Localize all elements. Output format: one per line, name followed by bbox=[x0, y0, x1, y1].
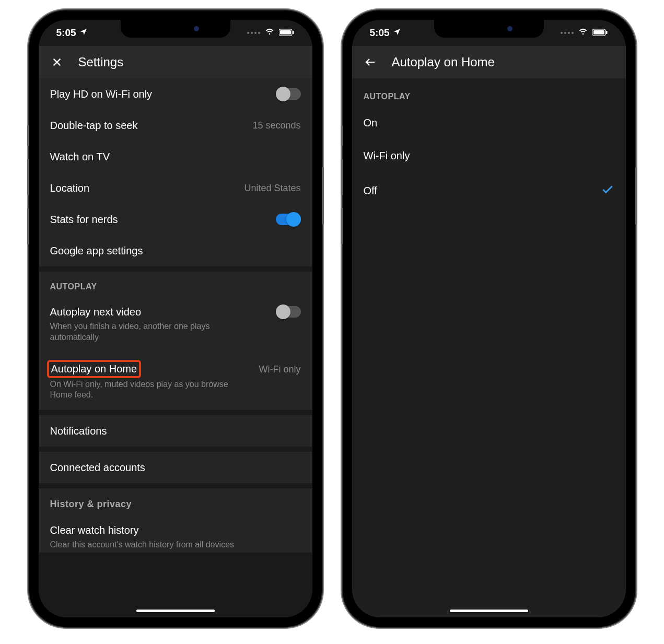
status-time: 5:05 bbox=[370, 27, 390, 39]
svg-rect-4 bbox=[593, 30, 604, 34]
row-label: Google app settings bbox=[50, 245, 143, 257]
row-value: 15 seconds bbox=[252, 120, 300, 131]
svg-rect-2 bbox=[293, 31, 294, 34]
side-button-right bbox=[635, 167, 637, 225]
section-header-history: History & privacy bbox=[39, 488, 312, 515]
row-label: Clear watch history bbox=[50, 524, 301, 536]
close-icon[interactable] bbox=[50, 55, 64, 69]
option-label: Off bbox=[364, 185, 377, 197]
header: Autoplay on Home bbox=[352, 46, 626, 78]
side-buttons-left bbox=[27, 125, 29, 257]
option-label: On bbox=[364, 117, 378, 129]
settings-content[interactable]: Play HD on Wi-Fi only Double-tap to seek… bbox=[39, 78, 312, 617]
battery-icon bbox=[279, 27, 295, 39]
status-time: 5:05 bbox=[56, 27, 76, 39]
phone-right: 5:05 Autoplay on Home AUTO bbox=[343, 10, 635, 627]
cell-signal-icon bbox=[247, 32, 260, 34]
option-on[interactable]: On bbox=[352, 107, 626, 139]
row-sublabel: On Wi-Fi only, muted videos play as you … bbox=[50, 379, 249, 401]
row-value: United States bbox=[244, 183, 300, 194]
screen-left: 5:05 Settings bbox=[39, 20, 312, 617]
checkmark-icon bbox=[601, 183, 614, 199]
row-connected-accounts[interactable]: Connected accounts bbox=[39, 452, 312, 483]
notch bbox=[121, 20, 230, 38]
location-services-icon bbox=[79, 27, 88, 39]
row-label: Double-tap to seek bbox=[50, 120, 138, 132]
row-label: Location bbox=[50, 182, 90, 194]
row-label: Watch on TV bbox=[50, 151, 110, 163]
battery-icon bbox=[592, 27, 608, 39]
back-icon[interactable] bbox=[364, 55, 377, 69]
side-button-right bbox=[322, 167, 324, 225]
wifi-icon bbox=[578, 27, 588, 39]
option-wifi-only[interactable]: Wi-Fi only bbox=[352, 139, 626, 172]
row-autoplay-next[interactable]: Autoplay next video When you finish a vi… bbox=[39, 297, 312, 353]
row-watch-tv[interactable]: Watch on TV bbox=[39, 141, 312, 172]
home-indicator[interactable] bbox=[450, 610, 528, 612]
row-label: Connected accounts bbox=[50, 462, 145, 474]
wifi-icon bbox=[264, 27, 275, 39]
row-value: Wi-Fi only bbox=[259, 364, 301, 375]
toggle-autoplay-next[interactable] bbox=[276, 306, 301, 318]
cell-signal-icon bbox=[561, 32, 574, 34]
toggle-stats[interactable] bbox=[276, 214, 301, 225]
row-autoplay-home[interactable]: Autoplay on Home On Wi-Fi only, muted vi… bbox=[39, 353, 312, 411]
screen-right: 5:05 Autoplay on Home AUTO bbox=[352, 20, 626, 617]
section-header-autoplay: AUTOPLAY bbox=[39, 272, 312, 297]
page-title: Autoplay on Home bbox=[392, 55, 495, 69]
row-sublabel: Clear this account's watch history from … bbox=[50, 540, 301, 551]
option-off[interactable]: Off bbox=[352, 172, 626, 209]
row-label: Play HD on Wi-Fi only bbox=[50, 88, 153, 100]
row-location[interactable]: Location United States bbox=[39, 172, 312, 204]
section-header-autoplay: AUTOPLAY bbox=[352, 78, 626, 107]
option-label: Wi-Fi only bbox=[364, 150, 410, 162]
row-double-tap[interactable]: Double-tap to seek 15 seconds bbox=[39, 110, 312, 141]
row-google-settings[interactable]: Google app settings bbox=[39, 235, 312, 266]
row-sublabel: When you finish a video, another one pla… bbox=[50, 321, 249, 343]
toggle-play-hd[interactable] bbox=[276, 88, 301, 100]
autoplay-options-content: AUTOPLAY On Wi-Fi only Off bbox=[352, 78, 626, 617]
header: Settings bbox=[39, 46, 312, 78]
side-buttons-left bbox=[341, 125, 343, 257]
row-label: Autoplay next video bbox=[50, 306, 276, 318]
phone-left: 5:05 Settings bbox=[29, 10, 322, 627]
row-stats-nerds[interactable]: Stats for nerds bbox=[39, 204, 312, 235]
svg-rect-1 bbox=[280, 30, 291, 34]
row-play-hd[interactable]: Play HD on Wi-Fi only bbox=[39, 78, 312, 110]
location-services-icon bbox=[393, 27, 401, 39]
highlight-annotation: Autoplay on Home bbox=[47, 360, 142, 378]
svg-rect-5 bbox=[606, 31, 608, 34]
home-indicator[interactable] bbox=[136, 610, 215, 612]
page-title: Settings bbox=[78, 55, 124, 69]
row-clear-watch[interactable]: Clear watch history Clear this account's… bbox=[39, 515, 312, 553]
row-notifications[interactable]: Notifications bbox=[39, 415, 312, 447]
notch bbox=[434, 20, 544, 38]
row-label: Autoplay on Home bbox=[51, 363, 137, 374]
row-label: Stats for nerds bbox=[50, 214, 118, 226]
row-label: Notifications bbox=[50, 425, 107, 437]
